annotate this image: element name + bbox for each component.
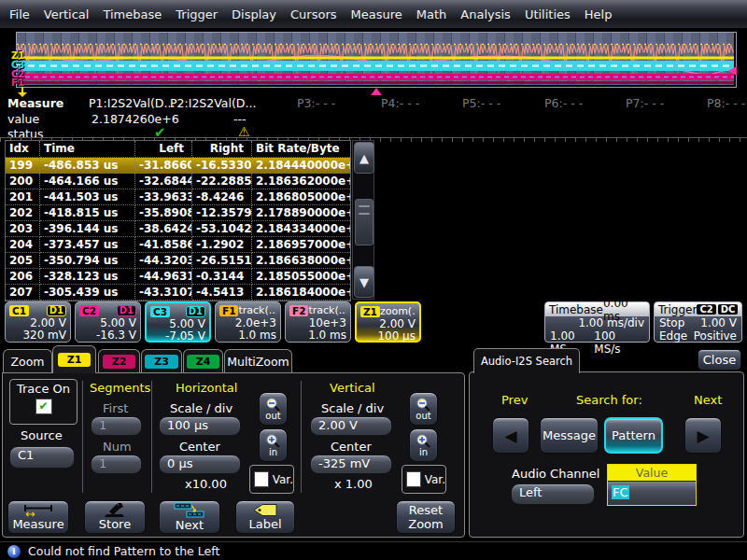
h-zoom-out-button[interactable]: out [259, 392, 288, 426]
menu-trigger[interactable]: Trigger [176, 7, 218, 21]
param-p6[interactable]: P6:- - - [544, 96, 583, 110]
table-row[interactable]: 206-328.123 us-44.9631-0.31442.185055000… [6, 269, 350, 285]
label-button[interactable]: Label [235, 500, 295, 534]
channel-descriptor-z1[interactable]: Z1zoom(... 2.00 V 100 µs [355, 301, 421, 343]
table-row[interactable]: 202-418.815 us-35.8908-12.35792.17889000… [6, 205, 350, 221]
measure-button[interactable]: Measure [7, 500, 69, 534]
scroll-up-button[interactable]: ▲ [354, 142, 374, 174]
v-var-label: Var. [425, 473, 445, 486]
first-field[interactable]: 1 [91, 416, 142, 436]
channel-descriptor-f1[interactable]: F1track(... 2.0e+3 1.0 ms [215, 301, 281, 343]
menu-utilities[interactable]: Utilities [525, 7, 571, 21]
menu-help[interactable]: Help [585, 7, 613, 21]
table-row[interactable]: 205-350.794 us-44.3203-26.51512.18663800… [6, 253, 350, 269]
search-pattern-button[interactable]: Pattern [604, 417, 663, 454]
zoom-out-label: out [265, 412, 280, 420]
trigger-descriptor[interactable]: TriggerC2DC Stop1.00 V EdgePositive [654, 301, 742, 343]
table-row[interactable]: 204-373.457 us-41.8586-1.29022.186957000… [6, 237, 350, 253]
search-result-table: Idx Time Left Right Bit Rate/Byte 199-48… [5, 140, 351, 301]
search-prev-button[interactable]: ◀ [492, 417, 529, 454]
table-row[interactable]: 199-486.853 us-31.8660-16.53302.18444000… [6, 158, 350, 174]
v-zoom-out-button[interactable]: out [409, 392, 438, 426]
v-center-field[interactable]: -325 mV [310, 455, 392, 474]
channel-label: F2 [289, 305, 308, 316]
table-scrollbar[interactable]: ▲ ▼ [352, 140, 374, 300]
tab-multizoom[interactable]: MultiZoom [224, 349, 292, 373]
vertical-heading: Vertical [330, 381, 375, 395]
store-button[interactable]: Store [84, 500, 146, 534]
store-button-label: Store [99, 517, 131, 531]
zoom-out-label: out [416, 412, 430, 420]
next-button[interactable]: Next [159, 500, 220, 534]
zoom-out-icon [416, 398, 431, 412]
trigger-level-marker[interactable] [728, 66, 737, 76]
scroll-down-button[interactable]: ▼ [354, 266, 374, 298]
param-p3[interactable]: P3:- - - [297, 96, 335, 110]
measure-icon [21, 504, 55, 517]
search-next-button[interactable]: ▶ [684, 417, 722, 454]
audio-channel-field[interactable]: Left [511, 483, 595, 505]
col-header-right[interactable]: Right [192, 141, 252, 158]
param-p7[interactable]: P7:- - - [626, 96, 664, 110]
col-header-left[interactable]: Left [135, 141, 192, 158]
cell-left: -31.8660 [135, 158, 192, 174]
search-message-button[interactable]: Message [540, 417, 599, 454]
info-icon: i [7, 545, 21, 558]
menu-analysis[interactable]: Analysis [460, 7, 511, 21]
table-row[interactable]: 200-464.166 us-32.6844-22.28852.18636200… [6, 174, 350, 189]
menu-measure[interactable]: Measure [351, 7, 402, 21]
menu-file[interactable]: File [9, 7, 30, 21]
source-field[interactable]: C1 [9, 446, 75, 469]
channel-descriptor-c2[interactable]: C2D1 5.00 V -16.3 V [75, 301, 141, 343]
h-center-field[interactable]: 0 µs [159, 455, 241, 474]
table-row[interactable]: 203-396.144 us-38.6424-53.10422.18433400… [6, 221, 350, 237]
menu-vertical[interactable]: Vertical [44, 7, 90, 21]
trace-on-checkbox[interactable]: ✔ [35, 399, 52, 414]
param-p8[interactable]: P8:- - - [707, 96, 745, 110]
reset-zoom-button[interactable]: Reset Zoom [396, 500, 456, 534]
col-header-bitrate[interactable]: Bit Rate/Byte [252, 141, 350, 158]
value-field[interactable]: FC [608, 481, 696, 505]
cell-time: -486.853 us [40, 158, 135, 174]
measure-button-label: Measure [12, 517, 63, 531]
param-p1[interactable]: P1:I2S2Val(D... [89, 96, 175, 110]
waveform-grid[interactable]: Z1 C3 C2 F1 [16, 32, 737, 88]
num-field[interactable]: 1 [91, 455, 142, 474]
scrollbar-thumb[interactable] [355, 199, 374, 245]
tab-z1[interactable]: Z1 [52, 345, 96, 373]
tab-z4[interactable]: Z4 [183, 349, 223, 373]
col-header-idx[interactable]: Idx [6, 141, 40, 158]
menu-timebase[interactable]: Timebase [103, 7, 162, 21]
search-panel-tab[interactable]: Audio-I2S Search [473, 348, 580, 373]
cell-left: -38.6424 [135, 221, 192, 237]
close-button[interactable]: Close [698, 349, 741, 371]
param-p2[interactable]: P2:I2S2Val(D... [170, 96, 256, 110]
channel-descriptor-c3[interactable]: C3D1 5.00 V -7.05 V [145, 301, 211, 343]
h-center-label: Center [179, 440, 220, 454]
tab-z2[interactable]: Z2 [98, 349, 140, 373]
table-row[interactable]: 207-305.439 us-43.3107-4.54132.186184000… [6, 285, 350, 301]
h-zoom-in-button[interactable]: in [259, 428, 288, 462]
h-var-checkbox[interactable] [254, 471, 269, 487]
param-p4[interactable]: P4:- - - [381, 96, 419, 110]
param-p5[interactable]: P5:- - - [462, 96, 500, 110]
v-scale-field[interactable]: 2.00 V [310, 416, 392, 436]
menu-cursors[interactable]: Cursors [290, 7, 337, 21]
tab-z3[interactable]: Z3 [141, 349, 182, 373]
table-row[interactable]: 201-441.503 us-33.9633-8.42462.186805000… [6, 189, 350, 205]
trigger-level: 1.00 V [700, 316, 737, 329]
channel-descriptor-c1[interactable]: C1D1 2.00 V 320 mV [5, 301, 71, 343]
cell-left: -43.3107 [135, 285, 192, 301]
tab-zoom[interactable]: Zoom [3, 349, 52, 373]
menu-display[interactable]: Display [232, 7, 276, 21]
trigger-time-marker[interactable] [371, 88, 382, 95]
timebase-descriptor[interactable]: Timebase0.00 ms 1.00 ms/div 1.00 MS100 M… [544, 301, 650, 343]
cell-time: -328.123 us [40, 269, 135, 285]
channel-descriptor-f2[interactable]: F2track(... 10e+3 1.0 ms [285, 301, 351, 343]
col-header-time[interactable]: Time [40, 141, 135, 158]
cell-idx: 206 [6, 269, 40, 285]
v-zoom-in-button[interactable]: in [409, 428, 438, 462]
menu-math[interactable]: Math [416, 7, 447, 21]
h-scale-field[interactable]: 100 µs [159, 416, 241, 436]
v-var-checkbox[interactable] [406, 471, 421, 487]
